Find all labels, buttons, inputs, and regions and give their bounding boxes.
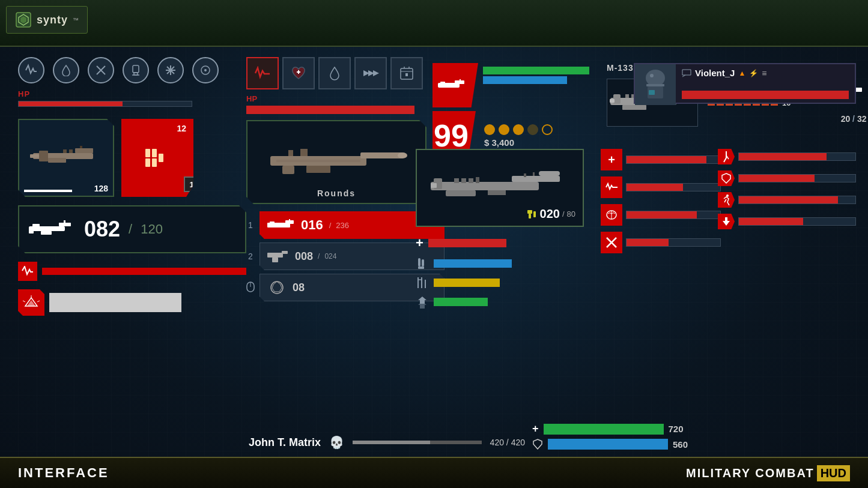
frbar-run-bg bbox=[738, 196, 856, 204]
svg-rect-31 bbox=[41, 231, 52, 235]
profile-name: John T. Matrix bbox=[249, 436, 321, 449]
svg-marker-42 bbox=[373, 70, 379, 76]
tab-fast[interactable] bbox=[354, 57, 387, 89]
coin-2 bbox=[499, 124, 509, 135]
rstat-heart-bar bbox=[627, 184, 683, 191]
interface-label: INTERFACE bbox=[18, 465, 109, 481]
vehicle-bar bbox=[18, 289, 246, 316]
health-bar-fill bbox=[42, 268, 246, 275]
bres-green: + 720 bbox=[532, 423, 712, 435]
svg-rect-19 bbox=[69, 149, 73, 153]
status-icon-circle bbox=[192, 57, 219, 83]
svg-rect-47 bbox=[405, 73, 408, 76]
svg-rect-23 bbox=[152, 149, 157, 157]
pistol-card: 12 1 bbox=[121, 119, 193, 197]
svg-rect-52 bbox=[300, 149, 308, 156]
svg-rect-39 bbox=[298, 70, 299, 74]
resource-row-blue bbox=[416, 257, 584, 270]
weapon-row: 128 12 1 bbox=[18, 119, 246, 197]
hp-label-2: HP bbox=[246, 94, 445, 103]
svg-rect-105 bbox=[622, 105, 646, 110]
svg-rect-76 bbox=[469, 178, 473, 183]
svg-rect-69 bbox=[460, 79, 461, 82]
player-avatar bbox=[635, 64, 676, 105]
score-box: 99 $ 3,400 bbox=[432, 63, 595, 160]
svg-rect-18 bbox=[63, 149, 67, 153]
big-rifle-svg bbox=[428, 164, 572, 212]
frbar-leg-fill bbox=[739, 153, 827, 160]
rstat-cross bbox=[601, 232, 721, 253]
svg-rect-5 bbox=[133, 65, 139, 73]
player-name: Violent_J bbox=[695, 68, 735, 78]
svg-rect-61 bbox=[272, 258, 278, 262]
svg-rect-73 bbox=[431, 183, 437, 188]
resource-bar-yellow bbox=[434, 279, 500, 287]
frbar-shield-icon bbox=[718, 170, 735, 186]
rpg-svg bbox=[264, 138, 408, 186]
resource-row-yellow bbox=[416, 276, 584, 289]
svg-marker-120 bbox=[682, 70, 691, 75]
frbar-shield-fill bbox=[739, 175, 815, 182]
status-icon-snowflake bbox=[157, 57, 184, 83]
big-ammo-max: 80 bbox=[567, 209, 575, 218]
player-info: Violent_J ▲ ⚡ ≡ bbox=[676, 64, 855, 103]
frbar-run-icon bbox=[718, 192, 735, 208]
right-stats-list: + bbox=[601, 149, 721, 253]
profile-name-row: John T. Matrix 💀 420 / 420 bbox=[249, 435, 525, 450]
top-bar: synty™ bbox=[0, 0, 868, 47]
tab-droplet[interactable] bbox=[318, 57, 351, 89]
right-stats-panel: + bbox=[601, 149, 721, 253]
hud-brand: MILITARY COMBAT HUD bbox=[686, 465, 850, 481]
svg-rect-71 bbox=[512, 176, 560, 182]
score-bar-green bbox=[483, 67, 589, 74]
center-weapon-section: 020 / 80 + bbox=[416, 149, 584, 309]
profile-hp: 420 / 420 bbox=[490, 438, 525, 447]
profile-bar: John T. Matrix 💀 420 / 420 bbox=[249, 435, 525, 450]
bres-green-bar bbox=[544, 424, 664, 435]
weapon-slot-1: 1 016 / 236 bbox=[246, 211, 445, 239]
svg-rect-88 bbox=[418, 267, 424, 269]
svg-point-115 bbox=[646, 70, 665, 86]
svg-marker-93 bbox=[418, 301, 426, 309]
svg-rect-79 bbox=[488, 190, 506, 195]
player-health-bar bbox=[682, 91, 849, 99]
tab-timer[interactable] bbox=[390, 57, 423, 89]
bres-blue: 560 bbox=[532, 439, 712, 450]
pistol-badge: 1 bbox=[184, 176, 199, 192]
svg-line-36 bbox=[23, 301, 25, 302]
svg-rect-25 bbox=[152, 158, 157, 167]
score-value: 99 bbox=[434, 118, 469, 154]
svg-rect-81 bbox=[533, 172, 535, 176]
synty-name: synty bbox=[37, 14, 68, 26]
tab-hp[interactable] bbox=[246, 57, 279, 89]
coin-4 bbox=[527, 124, 538, 135]
resource-bar-blue bbox=[434, 259, 512, 268]
hp-bar-2 bbox=[246, 106, 414, 114]
left-panel: HP 128 bbox=[18, 57, 246, 316]
rstat-brain bbox=[601, 204, 721, 226]
svg-point-119 bbox=[650, 74, 654, 77]
svg-rect-83 bbox=[527, 210, 532, 214]
svg-rect-15 bbox=[75, 148, 93, 153]
tab-heart[interactable] bbox=[282, 57, 315, 89]
frbar-shield bbox=[718, 170, 856, 186]
slot-2-max: 024 bbox=[324, 252, 336, 261]
skull-icon: 💀 bbox=[329, 435, 344, 450]
pistol-svg bbox=[136, 137, 178, 179]
hud-label: MILITARY COMBAT bbox=[686, 466, 815, 480]
svg-rect-26 bbox=[159, 154, 163, 162]
rstat-cross-icon bbox=[601, 232, 622, 253]
svg-point-50 bbox=[398, 152, 407, 158]
bres-green-val: 720 bbox=[669, 424, 684, 434]
rpg-label: Rounds bbox=[317, 188, 356, 198]
slot-2-ammo: 008 bbox=[295, 250, 313, 263]
score-bar-blue bbox=[483, 76, 567, 84]
frbar-run bbox=[718, 192, 856, 208]
svg-marker-123 bbox=[723, 217, 730, 226]
svg-rect-68 bbox=[440, 82, 445, 88]
rstat-heart bbox=[601, 176, 721, 198]
ak-max: 120 bbox=[141, 221, 163, 237]
svg-rect-116 bbox=[646, 84, 664, 86]
svg-rect-32 bbox=[64, 220, 65, 223]
bottom-resource-bars: + 720 560 bbox=[532, 423, 712, 450]
